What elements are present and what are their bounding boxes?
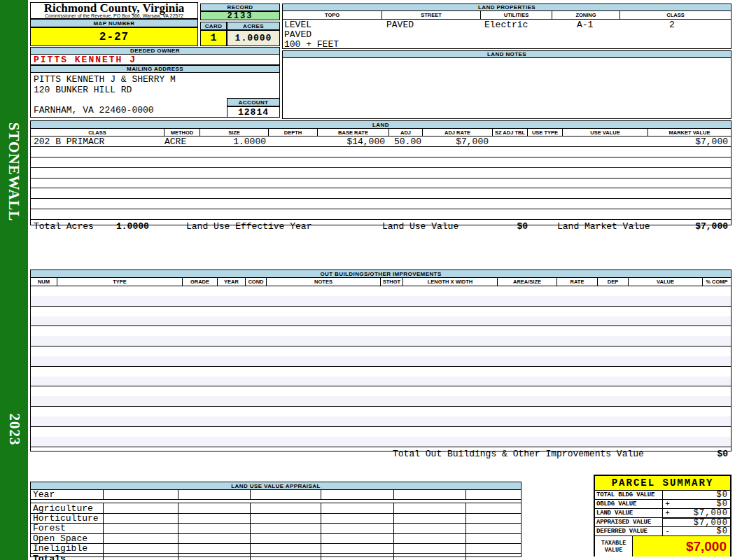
property-record-card: STONEWALL 2023 Richmond County, Virginia… (0, 0, 735, 560)
out-building-row-empty (31, 346, 731, 356)
column-header: YEAR (218, 278, 246, 286)
column-header: MARKET VALUE (648, 129, 731, 136)
land-base-rate: $14,000 (318, 136, 389, 147)
land-notes-box (282, 58, 732, 119)
land-row-empty (31, 178, 731, 189)
street-value: PAVED (386, 20, 414, 30)
column-header: LENGTH X WIDTH (403, 278, 498, 286)
appraisal-row: Year (31, 490, 521, 500)
appraisal-row-label: Year (31, 490, 104, 499)
land-columns: CLASS METHOD SIZE DEPTH BASE RATE ADJ AD… (31, 129, 731, 136)
summary-label: OBLDG VALUE (595, 500, 663, 509)
column-header: DEPTH (269, 129, 318, 136)
appraisal-cell (394, 534, 466, 543)
column-header: ADJ RATE (423, 129, 493, 136)
column-header: RATE (557, 278, 598, 286)
appraisal-cell (466, 503, 521, 512)
column-header: SIZE (200, 129, 269, 136)
land-row-empty (31, 199, 731, 209)
zoning-value: A-1 (577, 20, 593, 30)
deeded-owner-label: DEEDED OWNER (30, 47, 280, 55)
summary-label: TOTAL BLDG VALUE (595, 491, 663, 500)
taxable-value: $7,000 (633, 536, 730, 556)
column-header: CLASS (31, 129, 164, 136)
appraisal-cell (321, 534, 394, 543)
appraisal-row-label: Horticulture (31, 514, 104, 523)
column-header: SZ ADJ TBL (493, 129, 528, 136)
out-building-row-empty (31, 386, 731, 396)
out-buildings-rows (31, 286, 731, 447)
land-row-empty (31, 158, 731, 168)
acres-value: 1.0000 (227, 30, 280, 46)
appraisal-row: Ineligible (31, 544, 521, 554)
out-buildings-section: OUT BUILDINGS/OTHER IMPROVEMENTS NUM TYP… (30, 270, 732, 451)
appraisal-cell (104, 514, 178, 523)
land-properties-values: LEVEL PAVED Electric A-1 2 PAVED 100 + F… (282, 20, 732, 49)
map-number-value: 2-27 (30, 27, 198, 46)
appraisal-cell (321, 554, 394, 560)
appraisal-cell (178, 534, 251, 543)
out-buildings-total-row: Total Out Buildings & Other Improvements… (31, 447, 731, 458)
land-class: 202 B PRIMACR (31, 136, 164, 147)
out-building-row-empty (31, 336, 731, 346)
column-header: ZONING (552, 11, 620, 19)
appraisal-cell (394, 503, 466, 512)
card-value: 1 (200, 30, 227, 46)
appraisal-cell (104, 554, 178, 560)
appraisal-row: Forest (31, 524, 521, 533)
column-header: STREET (382, 11, 481, 19)
summary-value: $0 (672, 527, 730, 536)
column-header: NOTES (267, 278, 381, 286)
out-building-row-empty (31, 416, 731, 427)
address-line: PITTS KENNETH J & SHERRY M (34, 74, 279, 85)
column-header: UTILITIES (481, 11, 552, 19)
out-building-row-empty (31, 326, 731, 336)
out-building-row-empty (31, 407, 731, 416)
column-header: VALUE (629, 278, 703, 286)
column-header: % COMP (703, 278, 731, 286)
record-label: RECORD (200, 4, 280, 11)
appraisal-cell (104, 503, 178, 512)
county-title-box: Richmond County, Virginia Commissioner o… (30, 2, 198, 19)
land-method: ACRE (164, 136, 200, 147)
land-totals-row: Total Acres 1.0000 Land Use Effective Ye… (31, 220, 731, 232)
land-size: 1.0000 (200, 136, 269, 147)
out-buildings-title: OUT BUILDINGS/OTHER IMPROVEMENTS (31, 270, 731, 278)
out-building-row-empty (31, 367, 731, 377)
out-building-row-empty (31, 286, 731, 296)
deeded-owner-value: PITTS KENNETH J (30, 55, 280, 65)
assessment-year-text: 2023 (6, 413, 23, 445)
out-building-row-empty (31, 356, 731, 367)
summary-value: $7,000 (672, 509, 730, 518)
out-building-row-empty (31, 437, 731, 447)
assessment-year: 2023 (0, 398, 28, 461)
county-title: Richmond County, Virginia (31, 3, 197, 13)
land-market-value-total: $7,000 (695, 221, 728, 232)
column-header: USE TYPE (528, 129, 563, 136)
land-title: LAND (31, 121, 731, 129)
appraisal-cell (394, 490, 466, 499)
office-subtitle: Commissioner of the Revenue, PO Box 366,… (31, 13, 197, 18)
land-use-appraisal-title: LAND USE VALUE APPRAISAL (31, 482, 521, 490)
summary-op (663, 518, 672, 527)
parcel-summary-title: PARCEL SUMMARY (595, 476, 730, 491)
out-building-row-empty (31, 296, 731, 307)
appraisal-cell (321, 524, 394, 533)
land-row-empty (31, 188, 731, 199)
column-header: AREA/SIZE (498, 278, 557, 286)
land-properties-title: LAND PROPERTIES (282, 4, 732, 11)
sidebar: STONEWALL 2023 (0, 0, 28, 560)
total-acres-value: 1.0000 (116, 221, 149, 232)
summary-op: + (663, 500, 672, 509)
appraisal-cell (394, 524, 466, 533)
column-header: DEP (598, 278, 629, 286)
appraisal-cell (251, 554, 321, 560)
appraisal-cell (178, 544, 251, 553)
appraisal-cell (466, 514, 521, 523)
appraisal-cell (394, 544, 466, 553)
topo-value: 100 + FEET (284, 39, 339, 50)
appraisal-row: Horticulture (31, 514, 521, 524)
appraisal-row-label: Agriculture (31, 503, 104, 512)
appraisal-cell (466, 490, 521, 499)
appraisal-cell (466, 534, 521, 543)
